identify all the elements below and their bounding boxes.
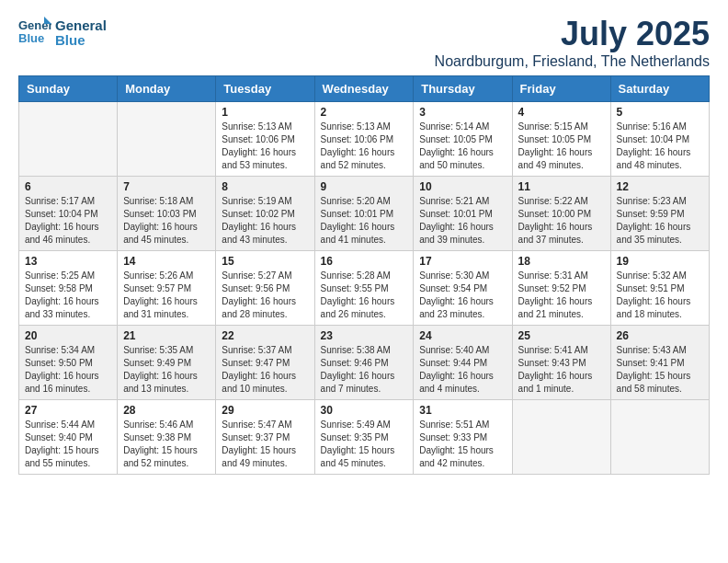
day-number: 29: [222, 404, 308, 417]
calendar-cell: [19, 102, 118, 177]
day-info: Sunrise: 5:49 AM Sunset: 9:35 PM Dayligh…: [321, 419, 408, 470]
calendar-cell: 24Sunrise: 5:40 AM Sunset: 9:44 PM Dayli…: [414, 326, 512, 400]
logo-icon: General Blue: [18, 15, 51, 48]
calendar-cell: 5Sunrise: 5:16 AM Sunset: 10:04 PM Dayli…: [610, 102, 709, 177]
calendar-cell: 28Sunrise: 5:46 AM Sunset: 9:38 PM Dayli…: [118, 400, 216, 475]
day-info: Sunrise: 5:18 AM Sunset: 10:03 PM Daylig…: [123, 195, 210, 247]
day-info: Sunrise: 5:17 AM Sunset: 10:04 PM Daylig…: [25, 195, 111, 247]
day-info: Sunrise: 5:27 AM Sunset: 9:56 PM Dayligh…: [222, 270, 308, 321]
day-number: 7: [123, 180, 210, 193]
location-title: Noardburgum, Friesland, The Netherlands: [435, 53, 710, 70]
day-info: Sunrise: 5:32 AM Sunset: 9:51 PM Dayligh…: [617, 270, 703, 321]
calendar-cell: 8Sunrise: 5:19 AM Sunset: 10:02 PM Dayli…: [216, 177, 314, 251]
calendar-cell: 17Sunrise: 5:30 AM Sunset: 9:54 PM Dayli…: [414, 251, 512, 326]
day-number: 19: [617, 255, 703, 268]
day-info: Sunrise: 5:19 AM Sunset: 10:02 PM Daylig…: [222, 195, 308, 247]
day-info: Sunrise: 5:34 AM Sunset: 9:50 PM Dayligh…: [25, 344, 111, 396]
day-info: Sunrise: 5:47 AM Sunset: 9:37 PM Dayligh…: [222, 419, 308, 470]
month-title: July 2025: [435, 15, 710, 53]
weekday-header-wednesday: Wednesday: [314, 76, 414, 102]
calendar-cell: 3Sunrise: 5:14 AM Sunset: 10:05 PM Dayli…: [414, 102, 512, 177]
calendar-cell: 30Sunrise: 5:49 AM Sunset: 9:35 PM Dayli…: [314, 400, 414, 475]
day-number: 1: [222, 106, 308, 119]
day-info: Sunrise: 5:35 AM Sunset: 9:49 PM Dayligh…: [123, 344, 210, 396]
day-number: 15: [222, 255, 308, 268]
calendar-cell: 7Sunrise: 5:18 AM Sunset: 10:03 PM Dayli…: [118, 177, 216, 251]
day-number: 4: [518, 106, 605, 119]
calendar-cell: 22Sunrise: 5:37 AM Sunset: 9:47 PM Dayli…: [216, 326, 314, 400]
calendar-cell: 11Sunrise: 5:22 AM Sunset: 10:00 PM Dayl…: [512, 177, 610, 251]
day-info: Sunrise: 5:15 AM Sunset: 10:05 PM Daylig…: [518, 121, 605, 172]
day-number: 18: [518, 255, 605, 268]
calendar-table: SundayMondayTuesdayWednesdayThursdayFrid…: [18, 75, 710, 475]
day-number: 31: [419, 404, 506, 417]
day-number: 26: [617, 329, 703, 342]
day-number: 2: [321, 106, 408, 119]
day-info: Sunrise: 5:26 AM Sunset: 9:57 PM Dayligh…: [123, 270, 210, 321]
logo-general: General: [55, 18, 107, 34]
weekday-header-saturday: Saturday: [610, 76, 709, 102]
calendar-cell: 23Sunrise: 5:38 AM Sunset: 9:46 PM Dayli…: [314, 326, 414, 400]
header: General Blue General Blue July 2025 Noar…: [18, 15, 710, 70]
day-number: 10: [419, 180, 506, 193]
day-number: 20: [25, 329, 111, 342]
calendar-cell: 21Sunrise: 5:35 AM Sunset: 9:49 PM Dayli…: [118, 326, 216, 400]
calendar-cell: 9Sunrise: 5:20 AM Sunset: 10:01 PM Dayli…: [314, 177, 414, 251]
day-info: Sunrise: 5:28 AM Sunset: 9:55 PM Dayligh…: [321, 270, 408, 321]
calendar-cell: 12Sunrise: 5:23 AM Sunset: 9:59 PM Dayli…: [610, 177, 709, 251]
day-info: Sunrise: 5:14 AM Sunset: 10:05 PM Daylig…: [419, 121, 506, 172]
title-block: July 2025 Noardburgum, Friesland, The Ne…: [435, 15, 710, 70]
day-number: 28: [123, 404, 210, 417]
day-info: Sunrise: 5:30 AM Sunset: 9:54 PM Dayligh…: [419, 270, 506, 321]
calendar-cell: [118, 102, 216, 177]
calendar-week-row: 20Sunrise: 5:34 AM Sunset: 9:50 PM Dayli…: [19, 326, 710, 400]
calendar-cell: 15Sunrise: 5:27 AM Sunset: 9:56 PM Dayli…: [216, 251, 314, 326]
calendar-cell: 19Sunrise: 5:32 AM Sunset: 9:51 PM Dayli…: [610, 251, 709, 326]
calendar-cell: 6Sunrise: 5:17 AM Sunset: 10:04 PM Dayli…: [19, 177, 118, 251]
calendar-cell: 26Sunrise: 5:43 AM Sunset: 9:41 PM Dayli…: [610, 326, 709, 400]
day-info: Sunrise: 5:13 AM Sunset: 10:06 PM Daylig…: [222, 121, 308, 172]
calendar-cell: 10Sunrise: 5:21 AM Sunset: 10:01 PM Dayl…: [414, 177, 512, 251]
svg-text:Blue: Blue: [18, 31, 44, 45]
calendar-cell: [610, 400, 709, 475]
calendar-cell: [512, 400, 610, 475]
calendar-week-row: 13Sunrise: 5:25 AM Sunset: 9:58 PM Dayli…: [19, 251, 710, 326]
calendar-week-row: 6Sunrise: 5:17 AM Sunset: 10:04 PM Dayli…: [19, 177, 710, 251]
calendar-cell: 20Sunrise: 5:34 AM Sunset: 9:50 PM Dayli…: [19, 326, 118, 400]
logo: General Blue General Blue: [18, 15, 107, 52]
day-info: Sunrise: 5:37 AM Sunset: 9:47 PM Dayligh…: [222, 344, 308, 396]
day-number: 22: [222, 329, 308, 342]
day-number: 11: [518, 180, 605, 193]
day-info: Sunrise: 5:23 AM Sunset: 9:59 PM Dayligh…: [617, 195, 703, 247]
weekday-header-monday: Monday: [118, 76, 216, 102]
day-info: Sunrise: 5:44 AM Sunset: 9:40 PM Dayligh…: [25, 419, 111, 470]
day-info: Sunrise: 5:25 AM Sunset: 9:58 PM Dayligh…: [25, 270, 111, 321]
day-info: Sunrise: 5:22 AM Sunset: 10:00 PM Daylig…: [518, 195, 605, 247]
day-number: 8: [222, 180, 308, 193]
weekday-header-tuesday: Tuesday: [216, 76, 314, 102]
day-number: 3: [419, 106, 506, 119]
day-info: Sunrise: 5:43 AM Sunset: 9:41 PM Dayligh…: [617, 344, 703, 396]
day-number: 5: [617, 106, 703, 119]
day-info: Sunrise: 5:46 AM Sunset: 9:38 PM Dayligh…: [123, 419, 210, 470]
day-number: 16: [321, 255, 408, 268]
day-number: 6: [25, 180, 111, 193]
day-number: 30: [321, 404, 408, 417]
logo-blue: Blue: [55, 33, 107, 49]
page: General Blue General Blue July 2025 Noar…: [0, 0, 728, 493]
day-info: Sunrise: 5:16 AM Sunset: 10:04 PM Daylig…: [617, 121, 703, 172]
day-info: Sunrise: 5:31 AM Sunset: 9:52 PM Dayligh…: [518, 270, 605, 321]
day-number: 17: [419, 255, 506, 268]
calendar-cell: 18Sunrise: 5:31 AM Sunset: 9:52 PM Dayli…: [512, 251, 610, 326]
day-number: 25: [518, 329, 605, 342]
day-number: 24: [419, 329, 506, 342]
day-number: 9: [321, 180, 408, 193]
weekday-header-friday: Friday: [512, 76, 610, 102]
weekday-header-row: SundayMondayTuesdayWednesdayThursdayFrid…: [19, 76, 710, 102]
day-info: Sunrise: 5:21 AM Sunset: 10:01 PM Daylig…: [419, 195, 506, 247]
day-info: Sunrise: 5:51 AM Sunset: 9:33 PM Dayligh…: [419, 419, 506, 470]
day-number: 12: [617, 180, 703, 193]
day-number: 13: [25, 255, 111, 268]
day-number: 23: [321, 329, 408, 342]
calendar-cell: 4Sunrise: 5:15 AM Sunset: 10:05 PM Dayli…: [512, 102, 610, 177]
